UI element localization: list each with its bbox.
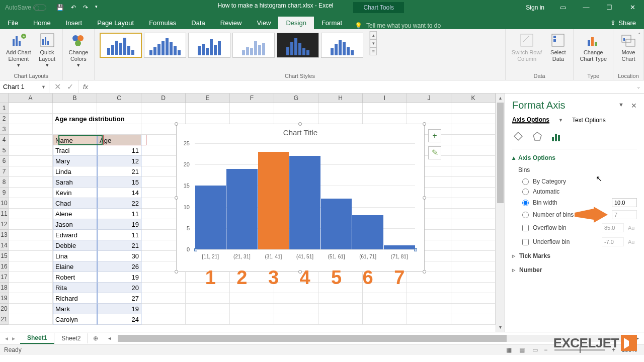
cell[interactable]: [9, 272, 53, 283]
row-head[interactable]: 3: [0, 124, 9, 135]
cell[interactable]: [318, 103, 363, 114]
cell[interactable]: Alene: [53, 209, 97, 219]
cell[interactable]: [318, 314, 363, 325]
cell[interactable]: Age: [97, 135, 141, 145]
normal-view-icon[interactable]: ▦: [503, 345, 515, 354]
select-all-corner[interactable]: [0, 94, 9, 103]
minimize-icon[interactable]: —: [575, 0, 598, 15]
tab-home[interactable]: Home: [26, 17, 58, 29]
col-head[interactable]: C: [97, 94, 141, 103]
cell[interactable]: [186, 293, 230, 304]
add-chart-element-button[interactable]: + Add Chart Element▾: [4, 31, 33, 69]
share-button[interactable]: ⇪Share: [602, 17, 644, 29]
histogram-bar[interactable]: [321, 199, 352, 249]
cell[interactable]: [186, 314, 230, 325]
cell[interactable]: 11: [97, 230, 141, 240]
cell[interactable]: [407, 103, 451, 114]
cell[interactable]: Name: [53, 135, 97, 145]
cell[interactable]: [363, 114, 407, 124]
cell[interactable]: 12: [97, 156, 141, 166]
cell[interactable]: Debbie: [53, 240, 97, 251]
cell[interactable]: [230, 304, 274, 314]
check-underflow-bin[interactable]: Underflow bin -7.0Au: [512, 235, 637, 249]
row-head[interactable]: 19: [0, 293, 9, 304]
cell[interactable]: 11: [97, 145, 141, 156]
cell[interactable]: Chad: [53, 198, 97, 209]
cell[interactable]: Rita: [53, 283, 97, 293]
cell[interactable]: [9, 156, 53, 166]
radio-by-category[interactable]: By Category: [512, 176, 637, 187]
cell[interactable]: [186, 103, 230, 114]
cell[interactable]: [451, 251, 496, 261]
cell[interactable]: Elaine: [53, 261, 97, 272]
change-colors-button[interactable]: Change Colors▾: [67, 31, 91, 69]
cell[interactable]: [9, 251, 53, 261]
tell-me[interactable]: 💡 Tell me what you want to do: [355, 22, 441, 29]
cell[interactable]: [318, 114, 363, 124]
signin-button[interactable]: Sign in: [519, 4, 551, 11]
cell[interactable]: Traci: [53, 145, 97, 156]
cell[interactable]: [141, 304, 186, 314]
collapse-ribbon-icon[interactable]: ˄: [638, 32, 641, 39]
cell[interactable]: [9, 283, 53, 293]
cell[interactable]: [274, 304, 318, 314]
cell[interactable]: [451, 166, 496, 177]
cell[interactable]: 24: [97, 314, 141, 325]
cell[interactable]: [9, 209, 53, 219]
cell[interactable]: 30: [97, 251, 141, 261]
col-head[interactable]: F: [230, 94, 274, 103]
chart-style-2[interactable]: [144, 33, 186, 58]
cell[interactable]: [274, 103, 318, 114]
histogram-bar[interactable]: [384, 245, 415, 249]
cell[interactable]: [451, 188, 496, 198]
cell[interactable]: [363, 304, 407, 314]
row-head[interactable]: 12: [0, 219, 9, 230]
histogram-bar[interactable]: [258, 152, 289, 249]
tab-view[interactable]: View: [249, 17, 278, 29]
sheet-tab-2[interactable]: Sheet2: [54, 333, 88, 343]
ribbon-display-icon[interactable]: ▭: [551, 0, 575, 15]
cell[interactable]: [9, 103, 53, 114]
cell[interactable]: [318, 304, 363, 314]
row-head[interactable]: 16: [0, 261, 9, 272]
cell[interactable]: 11: [97, 209, 141, 219]
cell[interactable]: [9, 124, 53, 135]
cell[interactable]: [141, 272, 186, 283]
sheet-nav-next-icon[interactable]: ▸: [12, 335, 15, 342]
cell[interactable]: [451, 261, 496, 272]
cell[interactable]: [9, 314, 53, 325]
radio-automatic[interactable]: Automatic: [512, 187, 637, 197]
effects-icon[interactable]: [531, 131, 543, 143]
col-head[interactable]: E: [186, 94, 230, 103]
col-head[interactable]: D: [141, 94, 186, 103]
cell[interactable]: Jason: [53, 219, 97, 230]
pane-section-tick-marks[interactable]: ▹Tick Marks: [512, 249, 637, 263]
qat-more-icon[interactable]: ▾: [95, 4, 98, 11]
col-head[interactable]: G: [274, 94, 318, 103]
row-head[interactable]: 8: [0, 177, 9, 188]
cell[interactable]: Robert: [53, 272, 97, 283]
histogram-bar[interactable]: [289, 156, 320, 249]
select-data-button[interactable]: Select Data: [547, 31, 569, 63]
fx-icon[interactable]: fx: [79, 83, 92, 90]
cell[interactable]: [141, 293, 186, 304]
row-head[interactable]: 20: [0, 304, 9, 314]
tab-formulas[interactable]: Formulas: [141, 17, 184, 29]
undo-icon[interactable]: ↶: [71, 4, 76, 11]
row-head[interactable]: 15: [0, 251, 9, 261]
cell[interactable]: [53, 124, 97, 135]
cell[interactable]: [9, 293, 53, 304]
cell[interactable]: [186, 114, 230, 124]
cell[interactable]: [274, 314, 318, 325]
tab-design[interactable]: Design: [278, 17, 313, 29]
col-head[interactable]: I: [363, 94, 407, 103]
histogram-bar[interactable]: [352, 215, 383, 249]
cancel-fx-icon[interactable]: ✕: [54, 82, 61, 92]
cell[interactable]: [451, 177, 496, 188]
styles-more[interactable]: ≡: [370, 47, 377, 55]
col-head[interactable]: J: [407, 94, 451, 103]
cell[interactable]: 19: [97, 272, 141, 283]
cell[interactable]: [451, 272, 496, 283]
cell[interactable]: 14: [97, 188, 141, 198]
quick-layout-button[interactable]: Quick Layout▾: [36, 31, 58, 69]
